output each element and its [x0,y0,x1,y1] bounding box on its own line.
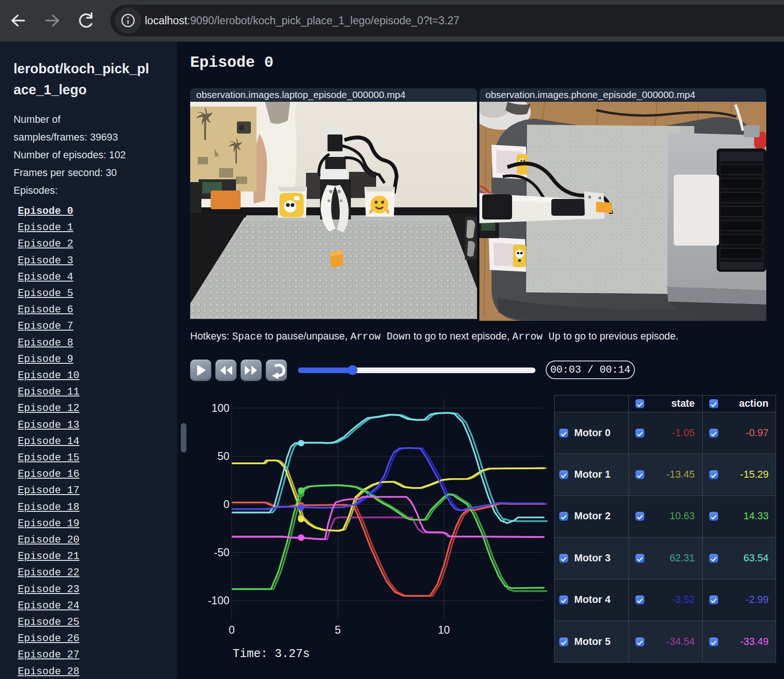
svg-text:-100: -100 [208,594,229,607]
svg-text:0: 0 [229,624,235,636]
svg-text:50: 50 [217,450,229,462]
svg-text:0: 0 [223,498,229,510]
svg-text:10: 10 [438,624,450,636]
svg-text:-50: -50 [214,546,229,559]
svg-text:5: 5 [335,624,341,636]
svg-text:100: 100 [212,402,229,414]
